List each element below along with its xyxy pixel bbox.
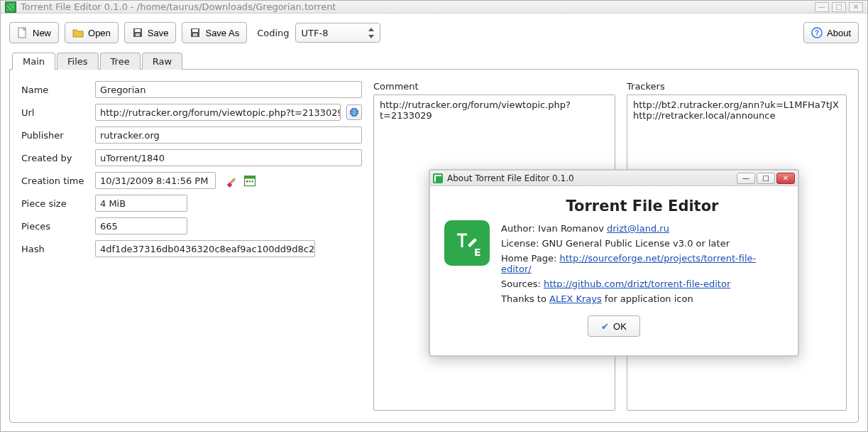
app-icon bbox=[5, 1, 16, 13]
calendar-icon bbox=[243, 173, 257, 188]
svg-rect-7 bbox=[193, 33, 197, 36]
open-button[interactable]: Open bbox=[65, 22, 119, 43]
publisher-value: rutracker.org bbox=[100, 130, 160, 141]
about-button[interactable]: ? About bbox=[803, 22, 859, 43]
left-column: Name Gregorian Url http://rutracker.org/… bbox=[21, 81, 362, 411]
thanks-link[interactable]: ALEX Krays bbox=[549, 293, 602, 304]
floppy-icon bbox=[189, 27, 201, 38]
hash-label: Hash bbox=[21, 244, 89, 254]
coding-select[interactable]: UTF-8 bbox=[295, 23, 380, 43]
svg-rect-6 bbox=[192, 29, 198, 32]
globe-icon bbox=[349, 107, 359, 117]
maximize-button[interactable]: □ bbox=[832, 2, 846, 12]
new-file-icon bbox=[17, 27, 28, 38]
name-label: Name bbox=[21, 85, 89, 95]
tab-tree[interactable]: Tree bbox=[100, 53, 141, 70]
save-button[interactable]: Save bbox=[124, 22, 177, 43]
titlebar: Torrent File Editor 0.1.0 - /home/taurus… bbox=[1, 1, 867, 14]
coding-label: Coding bbox=[257, 28, 289, 38]
ok-label: OK bbox=[613, 321, 627, 332]
save-label: Save bbox=[148, 28, 169, 38]
hash-value: 4df1de37316db0436320c8eaf9ac100dd9d8c2eb bbox=[100, 244, 315, 254]
creationtime-label: Creation time bbox=[21, 176, 89, 186]
piecesize-value: 4 MiB bbox=[100, 198, 126, 209]
pieces-value: 665 bbox=[100, 221, 118, 232]
dialog-maximize-button[interactable]: □ bbox=[757, 173, 775, 184]
save-as-label: Save As bbox=[205, 28, 239, 38]
tab-bar: Main Files Tree Raw bbox=[12, 53, 859, 70]
open-url-button[interactable] bbox=[346, 104, 362, 120]
clear-date-button[interactable] bbox=[224, 173, 238, 188]
piecesize-input[interactable]: 4 MiB bbox=[95, 195, 187, 212]
url-value: http://rutracker.org/forum/viewtopic.php… bbox=[100, 107, 341, 118]
dialog-titlebar: About Torrent File Editor 0.1.0 — □ ✕ bbox=[430, 171, 798, 186]
svg-rect-13 bbox=[246, 180, 248, 183]
calendar-button[interactable] bbox=[243, 173, 257, 188]
dialog-body: E Torrent File Editor Author: Ivan Roman… bbox=[430, 186, 798, 355]
createdby-input[interactable]: uTorrent/1840 bbox=[95, 149, 362, 166]
svg-rect-12 bbox=[245, 176, 256, 179]
close-button[interactable]: ✕ bbox=[849, 2, 863, 12]
about-dialog: About Torrent File Editor 0.1.0 — □ ✕ E … bbox=[429, 169, 799, 357]
createdby-label: Created by bbox=[21, 153, 89, 163]
publisher-input[interactable]: rutracker.org bbox=[95, 126, 362, 144]
homepage-line: Home Page: http://sourceforge.net/projec… bbox=[501, 253, 784, 274]
svg-rect-14 bbox=[249, 180, 251, 183]
trackers-value: http://bt2.rutracker.org/ann?uk=L1MFHa7t… bbox=[633, 99, 839, 121]
sources-line: Sources: http://github.com/drizt/torrent… bbox=[501, 279, 784, 289]
minimize-button[interactable]: — bbox=[815, 2, 829, 12]
toolbar: New Open Save Save As Coding UTF-8 ? bbox=[1, 14, 867, 52]
svg-rect-15 bbox=[252, 180, 254, 183]
window-title: Torrent File Editor 0.1.0 - /home/taurus… bbox=[21, 1, 336, 12]
piecesize-label: Piece size bbox=[21, 198, 89, 209]
license-line: License: GNU General Public License v3.0… bbox=[501, 238, 784, 249]
comment-value: http://rutracker.org/forum/viewtopic.php… bbox=[380, 99, 571, 121]
floppy-icon bbox=[132, 27, 143, 38]
dialog-title: About Torrent File Editor 0.1.0 bbox=[447, 173, 574, 183]
dialog-minimize-button[interactable]: — bbox=[737, 173, 755, 184]
sources-link[interactable]: http://github.com/drizt/torrent-file-edi… bbox=[544, 279, 730, 289]
folder-open-icon bbox=[72, 27, 84, 38]
brush-icon bbox=[224, 173, 238, 188]
help-icon: ? bbox=[811, 27, 823, 38]
tab-main[interactable]: Main bbox=[12, 53, 55, 70]
comment-label: Comment bbox=[373, 81, 615, 92]
hash-input[interactable]: 4df1de37316db0436320c8eaf9ac100dd9d8c2eb bbox=[95, 240, 315, 257]
url-label: Url bbox=[21, 107, 89, 118]
name-value: Gregorian bbox=[100, 85, 146, 95]
creationtime-input[interactable]: 10/31/2009 8:41:56 PM bbox=[95, 172, 216, 189]
svg-text:?: ? bbox=[815, 29, 819, 37]
open-label: Open bbox=[88, 28, 111, 38]
thanks-line: Thanks to ALEX Krays for application ico… bbox=[501, 293, 784, 304]
check-icon: ✔ bbox=[601, 321, 609, 332]
trackers-label: Trackers bbox=[627, 81, 847, 92]
author-line: Author: Ivan Romanov drizt@land.ru bbox=[501, 223, 784, 234]
ok-button[interactable]: ✔ OK bbox=[588, 315, 640, 337]
author-email-link[interactable]: drizt@land.ru bbox=[607, 223, 669, 234]
svg-text:E: E bbox=[474, 247, 481, 258]
dialog-heading: Torrent File Editor bbox=[501, 198, 784, 215]
svg-rect-3 bbox=[135, 29, 141, 32]
pieces-label: Pieces bbox=[21, 221, 89, 232]
tab-raw[interactable]: Raw bbox=[142, 53, 182, 70]
creationtime-value: 10/31/2009 8:41:56 PM bbox=[100, 176, 208, 186]
app-logo-icon: E bbox=[444, 220, 490, 266]
pieces-input[interactable]: 665 bbox=[95, 217, 187, 234]
dialog-close-button[interactable]: ✕ bbox=[776, 173, 795, 184]
svg-rect-4 bbox=[136, 33, 140, 36]
publisher-label: Publisher bbox=[21, 130, 89, 141]
url-input[interactable]: http://rutracker.org/forum/viewtopic.php… bbox=[95, 104, 341, 121]
name-input[interactable]: Gregorian bbox=[95, 81, 362, 98]
coding-value: UTF-8 bbox=[302, 28, 329, 38]
about-label: About bbox=[827, 28, 851, 38]
new-label: New bbox=[33, 28, 51, 38]
new-button[interactable]: New bbox=[9, 22, 59, 43]
app-icon bbox=[433, 173, 443, 183]
save-as-button[interactable]: Save As bbox=[182, 22, 247, 43]
tab-files[interactable]: Files bbox=[57, 53, 99, 70]
createdby-value: uTorrent/1840 bbox=[100, 153, 165, 163]
